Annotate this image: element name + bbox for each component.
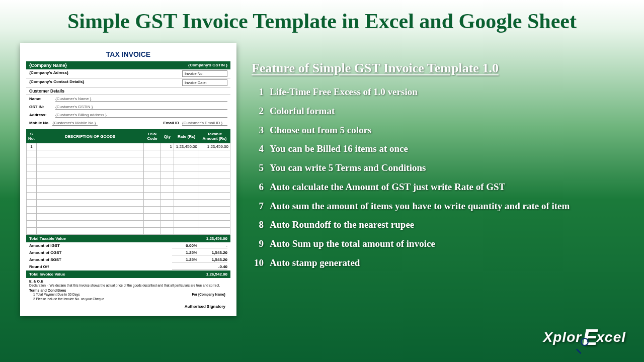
feature-item: 6Auto calculate the Amount of GST just w… — [252, 181, 629, 193]
name-value: {Customer's Name } — [55, 97, 227, 102]
invoice-no-label: Invoice No. — [185, 71, 204, 76]
feature-item: 5You can write 5 Terms and Conditions — [252, 162, 629, 174]
table-row — [27, 171, 230, 178]
table-row — [27, 193, 230, 200]
mobile-value: {Customer's Mobile No.} — [52, 121, 98, 126]
company-header-bar: {Company Name} {Company's GSTIN } — [26, 61, 230, 69]
total-invoice-row: Total Invoice Value 1,26,542.00 — [26, 270, 230, 278]
invoice-date-label: Invoice Date: — [185, 80, 207, 85]
features-panel: Feature of Simple GST Invoice Template 1… — [252, 43, 629, 316]
customer-details-heading: Customer Details — [26, 87, 230, 95]
gstin-value: {Customer's GSTIN } — [55, 105, 227, 110]
feature-item: 9Auto Sum up the total amount of invoice — [252, 238, 629, 250]
term-1: 1 Total Payment Due in 30 Days — [29, 293, 104, 297]
invoice-title: TAX INVOICE — [26, 48, 230, 61]
feature-item: 4You can be Billed 16 items at once — [252, 143, 629, 155]
address-label: Address: — [29, 113, 51, 118]
th-hsn: HSN Code — [144, 130, 161, 143]
feature-item: 10Auto stamp generated — [252, 257, 629, 269]
table-row — [27, 214, 230, 221]
feature-item: 8Auto Roundoff to the nearest rupee — [252, 219, 629, 231]
magnifier-icon — [576, 338, 589, 351]
term-2: 2 Please include the Invoice No. on your… — [29, 297, 104, 301]
sgst-row: Amount of SGST 1.25% 1,543.20 — [26, 256, 230, 263]
for-company: For {Company Name} — [192, 293, 227, 301]
total-taxable-row: Total Taxable Value 1,23,456.00 — [26, 235, 230, 242]
name-label: Name: — [29, 97, 51, 102]
email-label: Email ID — [163, 121, 179, 126]
features-list: 1Life-Time Free Excess of 1.0 version 2C… — [252, 86, 629, 269]
email-value: {Customer's Email ID } — [182, 121, 227, 126]
signatory: Authorised Signatory — [26, 302, 230, 311]
items-table: S No. DESCRIPTION OF GOODS HSN Code Qty … — [26, 129, 230, 235]
table-row — [27, 150, 230, 157]
declaration: Declaration -: We declare that this invo… — [29, 284, 220, 287]
table-row — [27, 164, 230, 171]
th-amount: Taxable Amount (Rs) — [199, 130, 230, 143]
table-row — [27, 221, 230, 228]
gstin-label: GST IN: — [29, 105, 51, 110]
table-row — [27, 186, 230, 193]
logo-text-part2: xcel — [597, 329, 626, 345]
invoice-preview: TAX INVOICE {Company Name} {Company's GS… — [20, 43, 236, 316]
table-row: 1 1 1,23,456.00 1,23,456.00 — [27, 143, 230, 150]
feature-item: 3Choose out from 5 colors — [252, 124, 629, 136]
igst-row: Amount of IGST 0.00% - — [26, 242, 230, 249]
table-row — [27, 228, 230, 235]
th-desc: DESCRIPTION OF GOODS — [37, 130, 144, 143]
company-contact: {Company's Contact Details} — [29, 79, 84, 86]
feature-item: 1Life-Time Free Excess of 1.0 version — [252, 86, 629, 98]
th-sno: S No. — [27, 130, 37, 143]
mobile-label: Mobile No. — [29, 121, 49, 126]
company-name: {Company Name} — [29, 63, 67, 68]
eoe: E. & O.E — [29, 280, 43, 283]
table-row — [27, 178, 230, 186]
feature-item: 2Colorful format — [252, 105, 629, 117]
page-title: Simple GST Invoice Template in Excel and… — [0, 0, 644, 33]
table-row — [27, 157, 230, 164]
logo-e-icon: E — [583, 325, 597, 350]
feature-item: 7Auto sum the amount of items you have t… — [252, 200, 629, 212]
th-rate: Rate (Rs) — [174, 130, 199, 143]
table-row — [27, 200, 230, 207]
company-gstin: {Company's GSTIN } — [188, 63, 227, 68]
table-row — [27, 207, 230, 214]
terms-heading: Terms and Conditions — [29, 289, 66, 292]
cgst-row: Amount of CGST 1.25% 1,543.20 — [26, 249, 230, 256]
th-qty: Qty — [161, 130, 174, 143]
brand-logo: Xplor E xcel — [543, 325, 626, 350]
roundoff-row: Round Off -0.40 — [26, 263, 230, 270]
features-heading: Feature of Simple GST Invoice Template 1… — [252, 61, 629, 76]
address-value: {Customer's Billing address } — [55, 113, 227, 118]
company-address: {Company's Adress} — [29, 70, 68, 77]
